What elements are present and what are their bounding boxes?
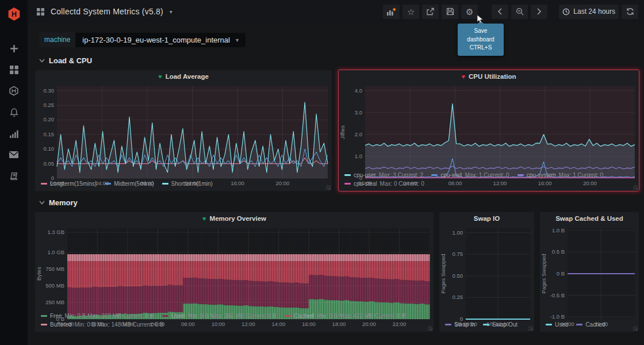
panel-title[interactable]: Swap Cached & Used bbox=[540, 212, 639, 225]
load-average-chart[interactable]: 00.050.100.150.200.250.3000:0004:0008:00… bbox=[35, 83, 332, 179]
book-icon[interactable] bbox=[8, 170, 20, 182]
svg-text:250 MB: 250 MB bbox=[45, 299, 64, 305]
legend-item-buffered[interactable]: BufferedMin: 0 B Max: 148 MB Current: 0 … bbox=[41, 321, 164, 328]
legend-swatch bbox=[162, 183, 168, 185]
panel-title[interactable]: ♥ CPU Utilization bbox=[339, 70, 639, 83]
resize-handle[interactable] bbox=[326, 185, 331, 190]
panel-title-text: Swap Cached & Used bbox=[555, 215, 623, 222]
panel-load-average: ♥ Load Average 00.050.100.150.200.250.30… bbox=[34, 70, 332, 191]
hexagon-logo-icon: H bbox=[6, 6, 22, 22]
memory-overview-chart[interactable]: 0 B250 MB500 MB750 MB1.0 GB1.3 GB00:0002… bbox=[35, 225, 434, 311]
legend-swatch bbox=[431, 174, 438, 176]
envelope-icon[interactable] bbox=[8, 149, 20, 160]
panel-title-text: Load Average bbox=[166, 73, 209, 80]
legend-swatch bbox=[285, 315, 291, 317]
variable-caret-icon: ▾ bbox=[236, 37, 239, 43]
legend-series-name: Buffered bbox=[50, 321, 72, 328]
plus-icon[interactable] bbox=[8, 43, 20, 54]
legend-swatch bbox=[546, 324, 552, 325]
sidebar-nav bbox=[8, 43, 20, 182]
zoom-out-button[interactable] bbox=[511, 5, 528, 19]
legend-swatch bbox=[344, 174, 351, 176]
legend-item-swap-in[interactable]: Swap In bbox=[445, 321, 475, 328]
legend-series-name: Longterm(15mins) bbox=[50, 181, 97, 187]
resize-handle[interactable] bbox=[428, 326, 432, 331]
panel-title[interactable]: Swap IO bbox=[439, 212, 534, 225]
svg-text:0.25: 0.25 bbox=[44, 102, 55, 108]
panel-title-text: Swap IO bbox=[474, 215, 500, 222]
svg-text:Pages Swapped: Pages Swapped bbox=[540, 254, 547, 293]
dashboard: machine ip-172-30-0-19_eu-west-1_compute… bbox=[28, 23, 644, 345]
time-range-picker[interactable]: Last 24 hours bbox=[559, 5, 619, 19]
legend-series-name: Swap Out bbox=[492, 321, 518, 328]
svg-text:750 MB: 750 MB bbox=[45, 266, 64, 272]
panel-title-text: CPU Utilization bbox=[469, 73, 516, 80]
save-tooltip-line1: Save dashboard bbox=[460, 27, 501, 44]
section-memory[interactable]: Memory bbox=[39, 198, 639, 207]
add-panel-button[interactable] bbox=[383, 5, 400, 19]
legend-item-used[interactable]: UsedMin: 0 B Max: 397 MB Current: 0 B bbox=[162, 313, 277, 319]
svg-text:-1.0 B: -1.0 B bbox=[550, 313, 565, 320]
svg-text:0.05: 0.05 bbox=[44, 160, 55, 167]
clock-icon bbox=[562, 8, 570, 16]
legend-item-cpu-user[interactable]: cpu-userMax: 3 Current: 2 bbox=[344, 172, 423, 178]
legend-series-stats: Max: 0 Current: 0 bbox=[380, 181, 424, 187]
share-button[interactable] bbox=[422, 5, 439, 19]
star-icon: ☆ bbox=[407, 7, 415, 16]
save-tooltip-line2: CTRL+S bbox=[460, 44, 501, 52]
title-caret-icon[interactable]: ▾ bbox=[170, 9, 172, 15]
legend-item-shortterm-1min-[interactable]: Shortterm(1min) bbox=[162, 181, 213, 187]
legend-series-name: Used bbox=[171, 313, 185, 319]
legend-item-used[interactable]: Used bbox=[546, 321, 568, 328]
hexagon-h-icon[interactable] bbox=[8, 85, 20, 97]
back-button[interactable] bbox=[492, 5, 508, 19]
settings-button[interactable]: ⚙ bbox=[461, 5, 478, 19]
variable-dropdown[interactable]: ip-172-30-0-19_eu-west-1_compute_interna… bbox=[75, 33, 246, 47]
legend-item-swap-out[interactable]: Swap Out bbox=[483, 321, 518, 328]
refresh-button[interactable] bbox=[622, 5, 638, 19]
legend-item-cached[interactable]: CachedMin: 0 B Max: 422 MB Current: 0 B bbox=[285, 313, 406, 319]
legend-item-cpu-system[interactable]: cpu-systemMax: 1 Current: 0 bbox=[518, 172, 603, 178]
star-button[interactable]: ☆ bbox=[402, 5, 419, 19]
dashboard-picker-icon[interactable] bbox=[36, 7, 45, 17]
legend-series-name: Midterm(5mins) bbox=[114, 181, 154, 187]
template-variable-row: machine ip-172-30-0-19_eu-west-1_compute… bbox=[39, 32, 639, 47]
bell-icon[interactable] bbox=[8, 106, 20, 118]
panel-swap-cached-used: Swap Cached & Used -1.0 B-0.5 B0 B0.5 B1… bbox=[539, 212, 639, 332]
legend-item-midterm-5mins-[interactable]: Midterm(5mins) bbox=[105, 181, 154, 187]
svg-text:Pages Swapped: Pages Swapped bbox=[440, 254, 446, 293]
legend-item-cpu-steal[interactable]: cpu-stealMax: 0 Current: 0 bbox=[344, 181, 424, 187]
resize-handle[interactable] bbox=[633, 185, 638, 190]
svg-text:0.5 B: 0.5 B bbox=[552, 248, 565, 255]
legend-item-free[interactable]: FreeMin: 0 B Max: 332 MB Current: 0 B bbox=[41, 313, 154, 319]
legend-swatch bbox=[41, 315, 47, 317]
dashboard-title[interactable]: Collectd System Metrics (v5.8) bbox=[51, 7, 163, 16]
dashboards-grid-icon[interactable] bbox=[8, 64, 20, 75]
save-button[interactable] bbox=[442, 5, 458, 19]
swap-cached-used-chart[interactable]: -1.0 B-0.5 B0 B0.5 B1.0 B00:0012:00Pages… bbox=[540, 225, 639, 320]
section-load-cpu[interactable]: Load & CPU bbox=[39, 56, 639, 65]
svg-text:1.0: 1.0 bbox=[355, 153, 362, 159]
forward-button[interactable] bbox=[531, 5, 547, 19]
resize-handle[interactable] bbox=[528, 326, 533, 331]
panel-title-text: Memory Overview bbox=[210, 215, 266, 222]
svg-text:Bytes: Bytes bbox=[36, 267, 42, 281]
svg-text:0.10: 0.10 bbox=[44, 145, 55, 152]
legend-swatch bbox=[41, 183, 47, 185]
resize-handle[interactable] bbox=[633, 326, 638, 331]
legend-series-name: Swap In bbox=[454, 321, 475, 328]
swap-io-chart[interactable]: 00.250.500.751.005/9 00:005/9 12:00Pages… bbox=[439, 225, 534, 320]
signal-bars-icon[interactable] bbox=[8, 128, 20, 139]
svg-text:0.25: 0.25 bbox=[453, 294, 463, 300]
cpu-utilization-chart[interactable]: 01.02.03.04.000:0004:0008:0012:0016:0020… bbox=[339, 83, 639, 170]
legend-item-cached[interactable]: Cached bbox=[576, 321, 605, 328]
legend-item-cpu-wait[interactable]: cpu-waitMax: 1 Current: 0 bbox=[431, 172, 509, 178]
app-logo[interactable]: H bbox=[0, 0, 28, 28]
panel-title[interactable]: ♥ Memory Overview bbox=[35, 212, 434, 225]
panel-title[interactable]: ♥ Load Average bbox=[35, 70, 332, 83]
legend-swatch bbox=[162, 315, 168, 317]
panel-cpu-utilization: ♥ CPU Utilization 01.02.03.04.000:0004:0… bbox=[338, 70, 639, 191]
legend-item-longterm-15mins-[interactable]: Longterm(15mins) bbox=[41, 181, 97, 187]
mouse-cursor-icon bbox=[477, 14, 484, 24]
legend-swatch bbox=[344, 183, 351, 185]
